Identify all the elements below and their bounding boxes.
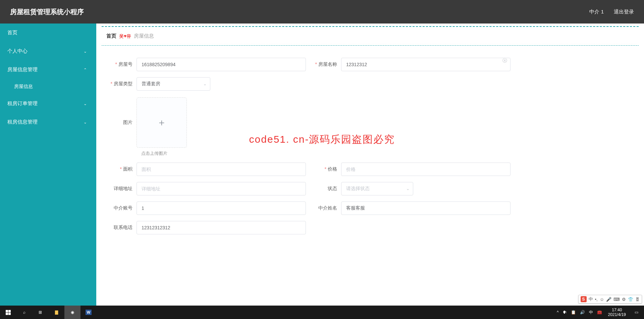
label-agent-name: 中介姓名 xyxy=(311,205,341,211)
sidebar-item-label: 租房订单管理 xyxy=(7,100,38,107)
sidebar-item-home[interactable]: 首页 xyxy=(0,24,96,42)
sidebar-item-house-mgmt[interactable]: 房屋信息管理 ⌃ xyxy=(0,60,96,79)
house-no-input[interactable] xyxy=(137,58,306,71)
label-address: 详细地址 xyxy=(106,186,137,192)
status-select[interactable]: 请选择状态 ⌄ xyxy=(341,182,413,195)
sidebar: 首页 个人中心 ⌄ 房屋信息管理 ⌃ 房屋信息 租房订单管理 ⌄ 租房信息管理 … xyxy=(0,24,96,306)
sidebar-item-label: 租房信息管理 xyxy=(7,119,38,125)
label-house-no: 房屋号 xyxy=(106,61,137,67)
ime-voice-icon[interactable]: 🎤 xyxy=(606,297,611,302)
start-button[interactable] xyxy=(0,306,16,319)
breadcrumb-current: 房屋信息 xyxy=(134,33,154,39)
tray-clipboard-icon[interactable]: 📋 xyxy=(571,310,576,315)
chrome-button[interactable]: ◉ xyxy=(64,306,80,319)
breadcrumb-home[interactable]: 首页 xyxy=(106,33,116,39)
house-name-input[interactable] xyxy=(341,58,511,71)
sidebar-item-label: 房屋信息管理 xyxy=(7,66,38,73)
action-center-button[interactable]: ▭ xyxy=(629,306,644,319)
content-area: 首页 옷♥유 房屋信息 房屋号 房屋名称 ⓧ xyxy=(96,24,644,306)
sidebar-item-rent-order[interactable]: 租房订单管理 ⌄ xyxy=(0,94,96,113)
windows-icon xyxy=(6,310,11,315)
ime-punct[interactable]: •, xyxy=(595,297,598,302)
label-status: 状态 xyxy=(311,186,341,192)
sidebar-subitem-house-info[interactable]: 房屋信息 xyxy=(0,79,96,94)
label-phone: 联系电话 xyxy=(106,225,137,231)
tray-chevron-icon[interactable]: ^ xyxy=(557,310,559,315)
breadcrumb-bar: 首页 옷♥유 房屋信息 xyxy=(102,26,639,46)
agent-name-input[interactable] xyxy=(341,201,511,215)
clear-icon[interactable]: ⓧ xyxy=(502,58,507,64)
sidebar-item-label: 个人中心 xyxy=(7,48,28,54)
agent-account-input[interactable] xyxy=(137,201,306,215)
chevron-down-icon: ⌄ xyxy=(84,120,87,125)
house-type-select[interactable]: 普通套房 ⌄ xyxy=(137,77,210,91)
current-user[interactable]: 中介 1 xyxy=(589,9,604,15)
notification-icon: ▭ xyxy=(635,310,638,315)
tray-app-icon[interactable]: 🧰 xyxy=(597,310,602,315)
house-type-value: 普通套房 xyxy=(142,81,160,87)
ime-settings-icon[interactable]: ⚙ xyxy=(622,297,626,302)
ime-keyboard-icon[interactable]: ⌨ xyxy=(613,297,620,302)
label-price: 价格 xyxy=(311,166,341,172)
chevron-down-icon: ⌄ xyxy=(406,186,410,191)
ime-lang[interactable]: 中 xyxy=(589,296,593,302)
upload-hint: 点击上传图片 xyxy=(141,150,634,156)
sidebar-item-personal[interactable]: 个人中心 ⌄ xyxy=(0,42,96,60)
plus-icon: ＋ xyxy=(157,116,166,129)
folder-icon: ▇ xyxy=(55,310,58,315)
chevron-down-icon: ⌄ xyxy=(203,82,207,86)
price-input[interactable] xyxy=(341,163,511,176)
ime-toolbar[interactable]: S 中 •, ☺ 🎤 ⌨ ⚙ 👕 🎛 xyxy=(578,295,642,304)
word-icon: W xyxy=(86,310,92,315)
taskbar-time: 17:40 xyxy=(608,308,626,312)
windows-taskbar: ⌕ ⊞ ▇ ◉ W ^ 🗣 📋 🔊 中 🧰 17:40 2021/4/19 ▭ xyxy=(0,306,644,319)
label-house-name: 房屋名称 xyxy=(311,61,341,67)
explorer-button[interactable]: ▇ xyxy=(48,306,64,319)
image-upload[interactable]: ＋ xyxy=(137,97,187,148)
address-input[interactable] xyxy=(137,182,306,195)
breadcrumb-sep-icon: 옷♥유 xyxy=(119,33,131,39)
search-button[interactable]: ⌕ xyxy=(16,306,32,319)
sidebar-item-label: 首页 xyxy=(7,30,17,36)
task-view-button[interactable]: ⊞ xyxy=(32,306,48,319)
sogou-icon[interactable]: S xyxy=(581,296,587,302)
app-title: 房屋租赁管理系统小程序 xyxy=(10,7,84,16)
label-area: 面积 xyxy=(106,166,137,172)
ime-skin-icon[interactable]: 👕 xyxy=(628,297,633,302)
chevron-down-icon: ⌄ xyxy=(84,101,87,106)
taskbar-date: 2021/4/19 xyxy=(608,312,626,317)
system-tray: ^ 🗣 📋 🔊 中 🧰 xyxy=(553,310,605,315)
tray-people-icon[interactable]: 🗣 xyxy=(563,310,567,315)
tray-volume-icon[interactable]: 🔊 xyxy=(580,310,585,315)
tray-ime-icon[interactable]: 中 xyxy=(589,310,593,315)
task-view-icon: ⊞ xyxy=(39,310,42,315)
chevron-down-icon: ⌄ xyxy=(84,49,87,54)
house-form: 房屋号 房屋名称 ⓧ 房屋类型 普通套房 ⌄ xyxy=(96,46,644,254)
chrome-icon: ◉ xyxy=(71,310,74,315)
chevron-up-icon: ⌃ xyxy=(84,67,87,72)
word-button[interactable]: W xyxy=(80,306,97,319)
label-image: 图片 xyxy=(106,120,137,126)
app-header: 房屋租赁管理系统小程序 中介 1 退出登录 xyxy=(0,0,644,24)
area-input[interactable] xyxy=(137,163,306,176)
logout-link[interactable]: 退出登录 xyxy=(614,9,634,15)
ime-emoji-icon[interactable]: ☺ xyxy=(600,297,604,302)
ime-tool-icon[interactable]: 🎛 xyxy=(635,297,640,302)
taskbar-clock[interactable]: 17:40 2021/4/19 xyxy=(605,308,629,317)
phone-input[interactable] xyxy=(137,221,306,234)
label-agent-account: 中介账号 xyxy=(106,205,137,211)
sidebar-item-rent-info[interactable]: 租房信息管理 ⌄ xyxy=(0,113,96,131)
label-house-type: 房屋类型 xyxy=(106,81,137,87)
search-icon: ⌕ xyxy=(23,310,25,315)
status-placeholder: 请选择状态 xyxy=(346,186,370,192)
